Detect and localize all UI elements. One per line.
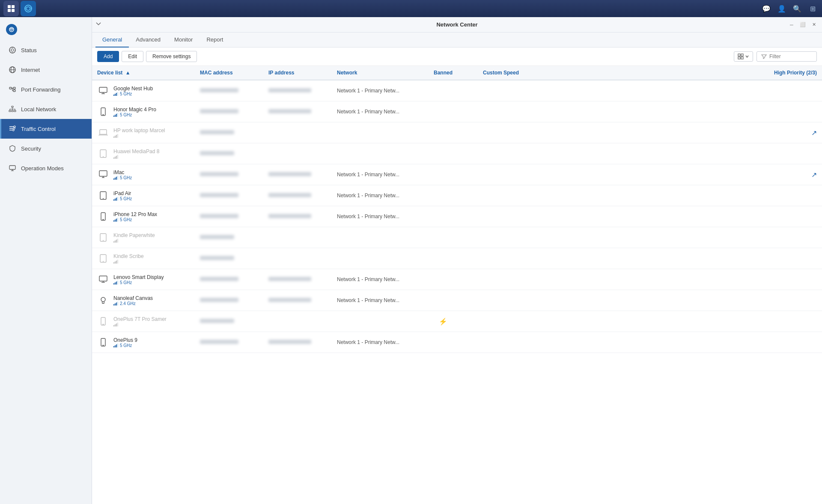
banned-cell bbox=[417, 227, 469, 248]
close-button[interactable]: ✕ bbox=[809, 20, 819, 30]
local-network-icon bbox=[8, 105, 17, 113]
table-row[interactable]: Google Nest Hub 5 GHz Network 1 - Primar… bbox=[92, 80, 822, 101]
custom-speed-cell bbox=[469, 164, 533, 185]
svg-point-27 bbox=[14, 126, 15, 127]
svg-rect-2 bbox=[8, 9, 11, 12]
sidebar-item-status[interactable]: Status bbox=[0, 40, 92, 60]
table-row[interactable]: Kindle Scribe bbox=[92, 248, 822, 269]
table-row[interactable]: HP work laptop Marcel ↗ bbox=[92, 122, 822, 143]
high-priority-cell bbox=[533, 101, 822, 122]
svg-rect-35 bbox=[738, 57, 740, 59]
table-row[interactable]: Lenovo Smart Display 5 GHz Network 1 - P… bbox=[92, 269, 822, 290]
svg-rect-51 bbox=[113, 136, 114, 138]
svg-rect-64 bbox=[113, 178, 114, 180]
high-priority-icon: ↗ bbox=[811, 129, 817, 136]
svg-rect-103 bbox=[116, 302, 117, 305]
filter-input[interactable] bbox=[769, 53, 812, 59]
tab-report[interactable]: Report bbox=[200, 33, 230, 47]
search-topbar-icon[interactable]: 🔍 bbox=[791, 3, 803, 15]
network-cell: Network 1 - Primary Netw... bbox=[332, 164, 417, 185]
col-header-device[interactable]: Device list ▲ bbox=[92, 66, 195, 80]
minimize-button[interactable]: ─ bbox=[787, 20, 796, 30]
col-header-mac[interactable]: MAC address bbox=[195, 66, 263, 80]
table-row[interactable]: OnePlus 7T Pro Samer ⚡ bbox=[92, 311, 822, 332]
device-cell-1: Honor Magic 4 Pro 5 GHz bbox=[92, 101, 195, 122]
grid-view-icon[interactable]: ⊞ bbox=[807, 3, 819, 15]
window-extra-btn[interactable] bbox=[95, 21, 101, 28]
custom-speed-cell bbox=[469, 311, 533, 332]
device-cell-4: iMac 5 GHz bbox=[92, 164, 195, 185]
window-controls: ─ ⬜ ✕ bbox=[787, 20, 819, 30]
restore-button[interactable]: ⬜ bbox=[798, 20, 807, 30]
tab-general[interactable]: General bbox=[95, 33, 129, 47]
toolbar: Add Edit Remove settings bbox=[92, 47, 822, 66]
signal-indicator: 5 GHz bbox=[113, 92, 153, 96]
device-name: Kindle Scribe bbox=[113, 253, 144, 259]
signal-indicator: 5 GHz bbox=[113, 343, 137, 348]
table-row[interactable]: iPhone 12 Pro Max 5 GHz Network 1 - Prim… bbox=[92, 206, 822, 227]
user-icon[interactable]: 👤 bbox=[776, 3, 788, 15]
svg-rect-0 bbox=[8, 5, 11, 8]
sidebar-item-internet-label: Internet bbox=[21, 67, 40, 73]
svg-rect-1 bbox=[12, 5, 15, 8]
window-title: Network Center bbox=[436, 21, 477, 28]
add-button[interactable]: Add bbox=[97, 51, 119, 62]
sidebar-item-local-network[interactable]: Local Network bbox=[0, 99, 92, 119]
svg-rect-92 bbox=[99, 276, 107, 281]
svg-rect-43 bbox=[117, 92, 118, 96]
svg-rect-108 bbox=[115, 324, 116, 326]
app-grid-button[interactable] bbox=[3, 1, 19, 16]
tab-monitor[interactable]: Monitor bbox=[167, 33, 200, 47]
svg-rect-23 bbox=[12, 110, 13, 112]
topbar-right-actions: 💬 👤 🔍 ⊞ bbox=[760, 3, 819, 15]
device-cell-9: Lenovo Smart Display 5 GHz bbox=[92, 269, 195, 290]
device-type-icon bbox=[97, 252, 109, 264]
table-row[interactable]: Honor Magic 4 Pro 5 GHz Network 1 - Prim… bbox=[92, 101, 822, 122]
sidebar-item-security[interactable]: Security bbox=[0, 139, 92, 158]
col-header-network[interactable]: Network bbox=[332, 66, 417, 80]
table-row[interactable]: iMac 5 GHz Network 1 - Primary Netw...↗ bbox=[92, 164, 822, 185]
custom-speed-cell bbox=[469, 206, 533, 227]
table-row[interactable]: Huawei MediaPad 8 bbox=[92, 143, 822, 164]
chat-icon[interactable]: 💬 bbox=[760, 3, 772, 15]
filter-box[interactable] bbox=[756, 51, 817, 62]
network-cell: Network 1 - Primary Netw... bbox=[332, 185, 417, 206]
device-type-icon bbox=[97, 210, 109, 222]
device-name: Google Nest Hub bbox=[113, 86, 153, 92]
edit-button[interactable]: Edit bbox=[122, 51, 143, 62]
svg-rect-85 bbox=[117, 239, 118, 243]
sidebar-item-operation-modes-label: Operation Modes bbox=[21, 165, 64, 172]
mac-address-cell bbox=[195, 290, 263, 311]
internet-icon bbox=[8, 65, 17, 74]
svg-rect-115 bbox=[116, 344, 117, 347]
svg-point-29 bbox=[12, 129, 14, 131]
table-row[interactable]: Nanoleaf Canvas 2.4 GHz Network 1 - Prim… bbox=[92, 290, 822, 311]
table-row[interactable]: iPad Air 5 GHz Network 1 - Primary Netw.… bbox=[92, 185, 822, 206]
device-type-icon bbox=[97, 148, 109, 160]
banned-cell bbox=[417, 101, 469, 122]
tab-advanced[interactable]: Advanced bbox=[129, 33, 167, 47]
banned-cell bbox=[417, 248, 469, 269]
col-header-custom-speed[interactable]: Custom Speed bbox=[469, 66, 533, 80]
view-toggle-button[interactable] bbox=[734, 51, 753, 62]
col-header-banned[interactable]: Banned bbox=[417, 66, 469, 80]
table-row[interactable]: OnePlus 9 5 GHz Network 1 - Primary Netw… bbox=[92, 332, 822, 353]
svg-rect-71 bbox=[115, 199, 116, 201]
network-cell bbox=[332, 122, 417, 143]
table-row[interactable]: Kindle Paperwhite bbox=[92, 227, 822, 248]
network-center-app-icon[interactable] bbox=[21, 1, 36, 16]
banned-cell bbox=[417, 290, 469, 311]
network-cell: Network 1 - Primary Netw... bbox=[332, 269, 417, 290]
sidebar-item-internet[interactable]: Internet bbox=[0, 60, 92, 80]
ip-address-cell bbox=[263, 185, 332, 206]
svg-rect-113 bbox=[113, 346, 114, 347]
remove-settings-button[interactable]: Remove settings bbox=[146, 51, 197, 62]
svg-rect-37 bbox=[99, 87, 107, 92]
col-header-ip[interactable]: IP address bbox=[263, 66, 332, 80]
sidebar-item-operation-modes[interactable]: Operation Modes bbox=[0, 158, 92, 178]
svg-rect-73 bbox=[117, 197, 118, 201]
svg-rect-42 bbox=[116, 93, 117, 96]
sidebar-item-port-forwarding[interactable]: Port Forwarding bbox=[0, 80, 92, 99]
sidebar-item-traffic-control[interactable]: Traffic Control bbox=[0, 119, 92, 139]
col-header-high-priority[interactable]: High Priority (2/3) bbox=[533, 66, 822, 80]
